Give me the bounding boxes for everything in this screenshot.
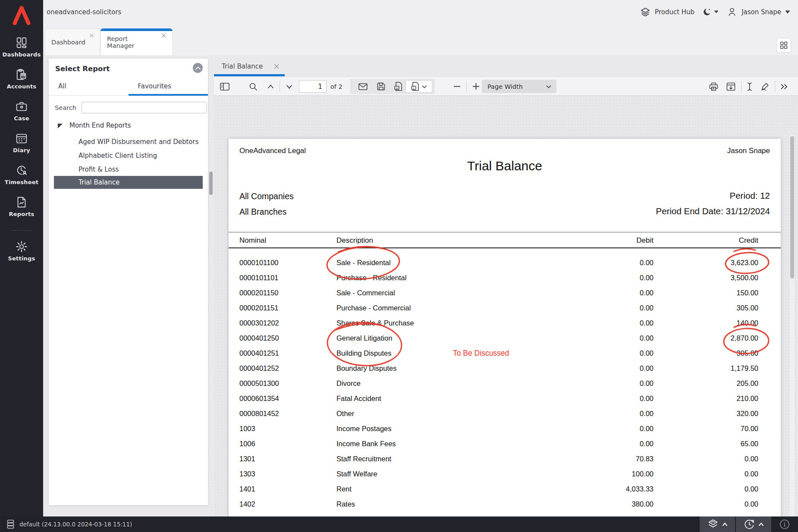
tab-dashboard[interactable]: Dashboard: [45, 28, 100, 55]
next-page-button[interactable]: [283, 77, 295, 96]
table-row: 1003Income Postages0.0070.00: [239, 421, 758, 436]
tree-item-label: Aged WIP Disbursement and Debtors: [79, 138, 198, 146]
search-row: Search: [49, 102, 208, 113]
sidebar-item-settings[interactable]: Settings: [0, 240, 43, 262]
sidebar-item-accounts[interactable]: Accounts: [0, 68, 43, 90]
tab-label: Report Manager: [107, 35, 157, 49]
annotation-stroke: [734, 249, 755, 251]
cell-debit: 0.00: [589, 379, 653, 388]
previous-page-button[interactable]: [264, 77, 277, 96]
chevron-down-icon: [785, 10, 790, 14]
page-count-label: of 2: [330, 77, 342, 96]
cell-credit: 0.00: [653, 500, 758, 508]
cell-description: Purchase - Commercial: [336, 304, 589, 312]
zoom-in-button[interactable]: [468, 77, 483, 96]
export-excel-button[interactable]: x: [405, 80, 432, 93]
page-number-input[interactable]: [299, 81, 326, 92]
search-button[interactable]: [246, 77, 261, 96]
tab-all[interactable]: All: [49, 77, 129, 95]
panel-scrollbar-thumb[interactable]: [209, 172, 213, 195]
layers-status-button[interactable]: [699, 516, 735, 532]
tab-report-manager[interactable]: Report Manager: [101, 28, 173, 55]
close-icon[interactable]: [90, 33, 94, 38]
column-header-debit: Debit: [589, 236, 653, 245]
viewer-tab-trial-balance[interactable]: Trial Balance: [214, 59, 285, 74]
annotate-button[interactable]: [757, 77, 773, 96]
sidebar-item-case[interactable]: Case: [0, 100, 43, 122]
tree-item-trial-balance[interactable]: Trial Balance: [54, 176, 203, 189]
sync-status-button[interactable]: [735, 516, 771, 532]
tree-item-alphabetic-client-listing[interactable]: Alphabetic Client Listing: [49, 149, 208, 162]
theme-toggle[interactable]: [702, 7, 719, 17]
sidebar-item-label: Settings: [0, 255, 43, 262]
collapse-panel-button[interactable]: [193, 63, 203, 73]
svg-text:w: w: [395, 86, 398, 90]
toggle-sidebar-button[interactable]: [217, 77, 232, 96]
table-rule-bottom: [229, 247, 781, 248]
report-page: OneAdvanced Legal Jason Snape Trial Bala…: [229, 139, 781, 520]
email-icon: [358, 83, 368, 90]
zoom-out-button[interactable]: [449, 77, 464, 96]
save-report-button[interactable]: [374, 79, 388, 94]
text-select-button[interactable]: [743, 77, 757, 96]
app-window: Dashboards Accounts Case Diary: [0, 0, 798, 532]
sidebar-item-dashboards[interactable]: Dashboards: [0, 36, 43, 58]
print-button[interactable]: [706, 77, 721, 96]
cell-credit: 205.00: [653, 379, 758, 388]
viewer-scrollbar[interactable]: [790, 135, 795, 518]
cell-nominal: 0000201150: [239, 289, 336, 297]
tab-favourites[interactable]: Favourites: [129, 77, 208, 95]
layers-icon: [640, 7, 650, 17]
person-icon: [726, 6, 738, 18]
toolbar-divider: [741, 81, 741, 92]
report-filter-tabs: All Favourites: [49, 77, 208, 96]
more-tools-button[interactable]: [776, 77, 792, 96]
sidebar-item-timesheet[interactable]: Timesheet: [0, 164, 43, 185]
cell-nominal: 1402: [239, 500, 336, 508]
tree-group-month-end-reports[interactable]: Month End Reports: [49, 122, 131, 129]
table-row: 1006Income Bank Fees0.0065.00: [239, 436, 758, 451]
close-icon[interactable]: [274, 64, 279, 69]
page-number-box: [299, 80, 327, 93]
cell-debit: 0.00: [589, 425, 653, 433]
chevron-down-icon: [286, 84, 292, 89]
zoom-mode-select[interactable]: Page Width: [482, 80, 556, 93]
table-row: 0000201151Purchase - Commercial0.00305.0…: [239, 300, 758, 316]
export-group: w x: [350, 79, 435, 94]
close-icon[interactable]: [161, 33, 166, 38]
environment-label: default (24.13.00.0 2024-03-18 15:11): [19, 521, 132, 528]
case-icon: [15, 100, 28, 113]
layout-grid-button[interactable]: [776, 38, 791, 53]
gear-icon: [15, 240, 28, 253]
viewer-scrollbar-thumb[interactable]: [790, 136, 794, 279]
cell-nominal: 0000401251: [239, 349, 336, 357]
tree-item-profit-and-loss[interactable]: Profit & Loss: [49, 163, 208, 176]
product-hub-button[interactable]: Product Hub: [640, 7, 694, 17]
sidebar-item-reports[interactable]: Reports: [0, 196, 43, 217]
diary-icon: [15, 132, 28, 145]
cell-description: Staff Recruitment: [336, 455, 589, 463]
column-header-description: Description: [336, 236, 589, 245]
cell-nominal: 0000401252: [239, 364, 336, 372]
sidebar-item-diary[interactable]: Diary: [0, 132, 43, 153]
cell-description: Sale - Residental: [336, 259, 589, 267]
email-report-button[interactable]: [355, 79, 370, 94]
sidebar-item-label: Dashboards: [0, 51, 43, 58]
cell-debit: 4,033.33: [589, 485, 653, 493]
search-input[interactable]: [82, 102, 207, 113]
table-row: 0000401250General Litigation0.002,870.00: [239, 331, 758, 346]
table-row: 0000101101Purchase - Residental0.003,500…: [239, 270, 758, 285]
report-scope-companies: All Companies: [239, 191, 294, 201]
double-chevron-right-icon: [780, 84, 788, 90]
tree-item-aged-wip[interactable]: Aged WIP Disbursement and Debtors: [49, 135, 208, 148]
cell-debit: 70.83: [589, 455, 653, 463]
panel-toggle-icon: [220, 83, 229, 91]
cell-description: Divorce: [336, 379, 589, 388]
cell-description: Rates: [336, 500, 589, 508]
export-word-button[interactable]: w: [392, 79, 405, 94]
user-menu[interactable]: Jason Snape: [726, 6, 790, 18]
export-file-button[interactable]: [723, 77, 738, 96]
table-row: 1401Rent4,033.330.00: [239, 482, 758, 497]
info-button[interactable]: [771, 516, 798, 532]
sidebar-item-label: Timesheet: [0, 179, 43, 185]
